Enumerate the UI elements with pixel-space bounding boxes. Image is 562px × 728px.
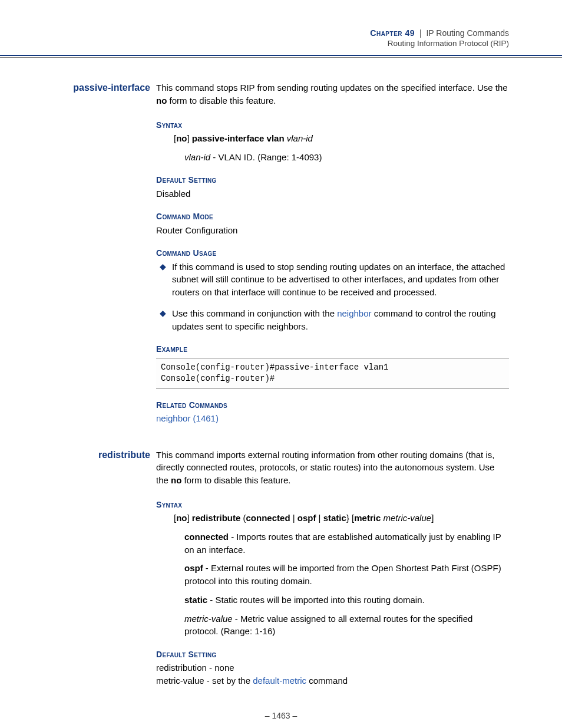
example-heading: Example: [156, 343, 509, 355]
param-metric-value: metric-value - Metric value assigned to …: [184, 612, 509, 638]
default-setting-heading: Default Setting: [156, 648, 509, 660]
command-description: This command imports external routing in…: [156, 449, 509, 487]
param-static: static - Static routes will be imported …: [184, 594, 509, 607]
page-header: Chapter 49 | IP Routing Commands Routing…: [0, 0, 562, 55]
default-setting-heading: Default Setting: [156, 174, 509, 186]
default-metric-value: metric-value - set by the default-metric…: [156, 674, 509, 687]
diamond-icon: ◆: [160, 261, 166, 299]
section-title: Routing Information Protocol (RIP): [53, 39, 509, 48]
command-mode-value: Router Configuration: [156, 224, 509, 237]
chapter-number: Chapter 49: [370, 28, 415, 38]
usage-bullet: ◆ Use this command in conjunction with t…: [160, 307, 509, 333]
command-name: passive-interface: [53, 81, 156, 94]
diamond-icon: ◆: [160, 307, 166, 333]
neighbor-link[interactable]: neighbor: [337, 308, 371, 318]
command-description: This command stops RIP from sending rout…: [156, 81, 509, 107]
command-usage-heading: Command Usage: [156, 247, 509, 259]
syntax-heading: Syntax: [156, 119, 509, 131]
usage-bullet: ◆ If this command is used to stop sendin…: [160, 261, 509, 299]
command-section-redistribute: redistribute This command imports extern…: [53, 449, 509, 687]
default-redistribution: redistribution - none: [156, 661, 509, 674]
related-commands-heading: Related Commands: [156, 399, 509, 411]
param-description: vlan-id - VLAN ID. (Range: 1-4093): [184, 151, 509, 164]
chapter-title: IP Routing Commands: [426, 28, 509, 38]
default-setting-value: Disabled: [156, 187, 509, 200]
example-code: Console(config-router)#passive-interface…: [156, 358, 509, 388]
separator: |: [419, 28, 422, 38]
syntax-heading: Syntax: [156, 499, 509, 510]
command-mode-heading: Command Mode: [156, 210, 509, 222]
default-metric-link[interactable]: default-metric: [253, 676, 306, 686]
command-name: redistribute: [53, 449, 156, 462]
param-connected: connected - Imports routes that are esta…: [184, 531, 509, 556]
header-rule-primary: [0, 55, 562, 56]
related-link-neighbor[interactable]: neighbor (1461): [156, 413, 219, 423]
syntax-line: [no] redistribute (connected | ospf | st…: [174, 512, 509, 525]
page-number: – 1463 –: [53, 711, 509, 720]
syntax-line: [no] passive-interface vlan vlan-id: [174, 132, 509, 145]
command-section-passive-interface: passive-interface This command stops RIP…: [53, 81, 509, 425]
param-ospf: ospf - External routes will be imported …: [184, 562, 509, 588]
